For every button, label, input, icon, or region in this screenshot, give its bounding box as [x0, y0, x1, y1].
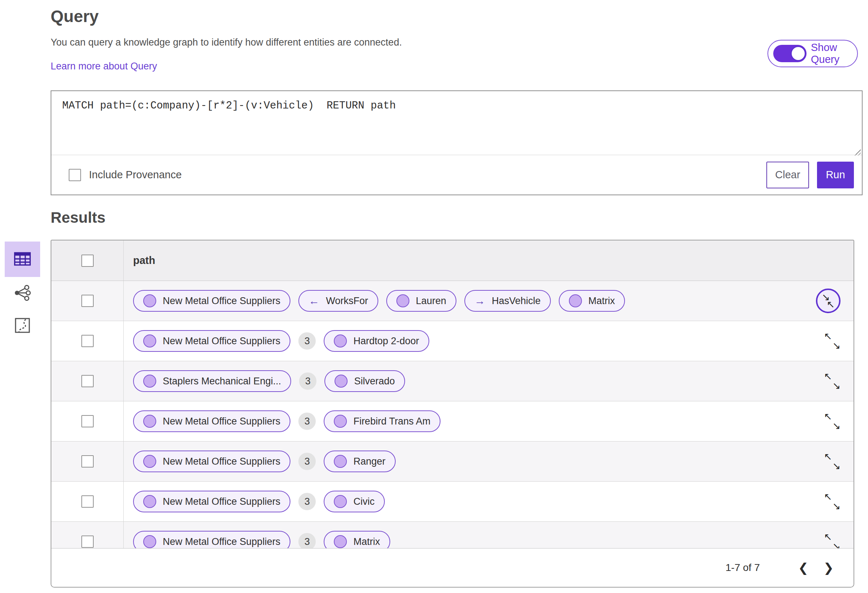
entity-label: Lauren: [416, 295, 446, 307]
row-checkbox[interactable]: [81, 455, 94, 468]
expand-arrow-icon: ↖: [824, 411, 832, 422]
entity-pill[interactable]: New Metal Office Suppliers: [133, 410, 291, 432]
entity-pill[interactable]: Ranger: [324, 450, 396, 472]
entity-label: Firebird Trans Am: [353, 416, 430, 427]
relationship-count-badge: 3: [298, 533, 316, 550]
entity-pill[interactable]: Hardtop 2-door: [324, 330, 429, 352]
relationship-pill[interactable]: ←WorksFor: [298, 290, 378, 312]
entity-pill[interactable]: Civic: [324, 491, 385, 512]
show-query-label: Show Query: [811, 41, 850, 65]
relationship-label: HasVehicle: [492, 295, 541, 307]
row-checkbox[interactable]: [81, 415, 94, 428]
table-view-button[interactable]: [5, 242, 40, 277]
row-select-cell: [52, 441, 124, 481]
path-cell: New Metal Office Suppliers3Firebird Tran…: [124, 410, 440, 432]
pagination-range: 1-7 of 7: [725, 562, 760, 574]
table-icon: [13, 249, 32, 270]
relationship-count-badge: 3: [298, 413, 316, 430]
expand-arrow-icon: ↘: [832, 420, 840, 432]
run-button[interactable]: Run: [817, 162, 854, 188]
learn-more-link[interactable]: Learn more about Query: [51, 61, 157, 72]
next-page-button[interactable]: ❯: [816, 561, 841, 575]
table-row[interactable]: New Metal Office Suppliers←WorksForLaure…: [52, 281, 853, 321]
entity-pill[interactable]: New Metal Office Suppliers: [133, 491, 291, 512]
include-provenance-checkbox[interactable]: [69, 169, 81, 181]
toggle-switch-icon[interactable]: [773, 45, 806, 62]
row-checkbox[interactable]: [81, 295, 94, 307]
entity-node-icon: [334, 495, 347, 508]
query-buttons: Clear Run: [766, 162, 854, 188]
entity-label: New Metal Office Suppliers: [163, 416, 280, 427]
entity-label: New Metal Office Suppliers: [163, 295, 280, 307]
relationship-pill[interactable]: →HasVehicle: [464, 290, 551, 312]
include-provenance-label: Include Provenance: [89, 169, 182, 181]
entity-node-icon: [334, 455, 347, 468]
row-checkbox[interactable]: [81, 496, 94, 507]
entity-label: New Metal Office Suppliers: [163, 496, 280, 507]
entity-node-icon: [334, 535, 347, 548]
entity-pill[interactable]: Staplers Mechanical Engi...: [133, 370, 291, 392]
expand-row-button[interactable]: ↖↘: [824, 453, 840, 470]
expand-row-button[interactable]: ↖↘: [824, 533, 840, 550]
map-view-button[interactable]: [5, 310, 40, 342]
entity-node-icon: [143, 375, 156, 388]
table-row[interactable]: New Metal Office Suppliers3Firebird Tran…: [52, 401, 853, 441]
expand-row-button[interactable]: ↖↘: [824, 413, 840, 429]
query-input[interactable]: MATCH path=(c:Company)-[r*2]-(v:Vehicle)…: [52, 91, 862, 155]
show-query-toggle[interactable]: Show Query: [768, 40, 858, 67]
select-all-checkbox[interactable]: [81, 255, 94, 267]
entity-node-icon: [143, 415, 156, 428]
relationship-count-badge: 3: [298, 332, 316, 350]
entity-pill[interactable]: Firebird Trans Am: [324, 410, 440, 432]
entity-node-icon: [569, 294, 582, 307]
entity-node-icon: [143, 455, 156, 468]
entity-label: Hardtop 2-door: [353, 336, 419, 347]
include-provenance-option[interactable]: Include Provenance: [69, 169, 182, 181]
pagination-bar: 1-7 of 7 ❮ ❯: [52, 548, 853, 587]
query-actions-bar: Include Provenance Clear Run: [52, 155, 862, 195]
entity-node-icon: [334, 335, 347, 348]
table-row[interactable]: New Metal Office Suppliers3Civic↖↘: [52, 482, 853, 522]
row-select-cell: [52, 281, 124, 321]
table-row[interactable]: New Metal Office Suppliers3Ranger↖↘: [52, 441, 853, 482]
row-select-cell: [52, 401, 124, 441]
path-cell: New Metal Office Suppliers3Civic: [124, 491, 385, 512]
clear-button[interactable]: Clear: [766, 162, 809, 188]
row-select-cell: [52, 482, 124, 521]
arrow-left-icon: ←: [309, 295, 319, 307]
link-chart-view-button[interactable]: [5, 277, 40, 310]
entity-pill[interactable]: New Metal Office Suppliers: [133, 290, 291, 312]
expand-arrow-icon: ↖: [827, 299, 835, 310]
entity-label: New Metal Office Suppliers: [163, 456, 280, 467]
entity-label: Civic: [353, 496, 375, 507]
entity-label: Silverado: [354, 376, 395, 387]
entity-pill[interactable]: New Metal Office Suppliers: [133, 330, 291, 352]
expand-arrow-icon: ↖: [824, 451, 832, 462]
expand-arrow-icon: ↘: [832, 460, 840, 472]
row-checkbox[interactable]: [81, 375, 94, 387]
results-view-switcher: [5, 242, 40, 342]
previous-page-button[interactable]: ❮: [791, 561, 816, 575]
expand-row-button[interactable]: ↖↘: [824, 493, 840, 510]
row-select-cell: [52, 361, 124, 401]
expand-row-button[interactable]: ↖↘: [824, 333, 840, 349]
path-cell: New Metal Office Suppliers3Ranger: [124, 450, 396, 472]
table-row[interactable]: Staplers Mechanical Engi...3Silverado↖↘: [52, 361, 853, 401]
expand-row-button[interactable]: ↘↖: [816, 289, 840, 313]
expand-row-button[interactable]: ↖↘: [824, 373, 840, 389]
entity-pill[interactable]: Lauren: [386, 290, 456, 312]
row-checkbox[interactable]: [81, 535, 94, 548]
table-row[interactable]: New Metal Office Suppliers3Hardtop 2-doo…: [52, 321, 853, 361]
row-checkbox[interactable]: [81, 335, 94, 347]
expand-arrow-icon: ↖: [824, 330, 832, 342]
query-editor-panel: MATCH path=(c:Company)-[r*2]-(v:Vehicle)…: [51, 90, 862, 195]
entity-pill[interactable]: Matrix: [559, 290, 625, 312]
query-description: You can query a knowledge graph to ident…: [51, 37, 402, 48]
entity-pill[interactable]: Silverado: [325, 370, 405, 392]
entity-node-icon: [334, 415, 347, 428]
entity-pill[interactable]: New Metal Office Suppliers: [133, 450, 291, 472]
entity-label: Matrix: [353, 536, 380, 547]
toggle-knob: [791, 46, 806, 61]
relationship-count-badge: 3: [299, 372, 316, 390]
entity-node-icon: [396, 294, 409, 307]
